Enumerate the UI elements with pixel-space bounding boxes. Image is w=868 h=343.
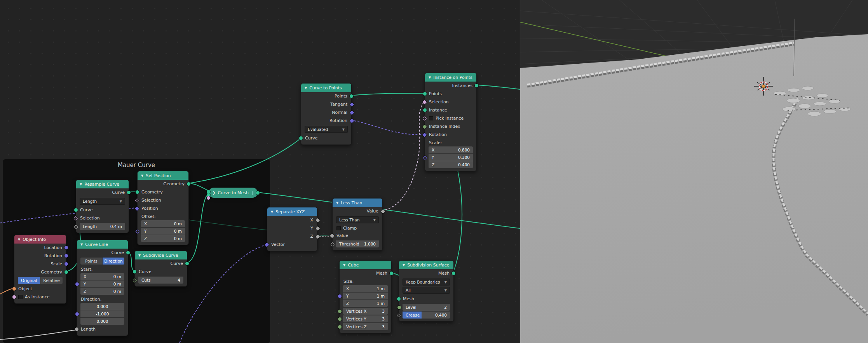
- size-y-field[interactable]: Y1 m: [343, 293, 388, 299]
- vertices-z-field[interactable]: Vertices Z3: [343, 323, 388, 330]
- socket-size-in[interactable]: [338, 294, 342, 298]
- cuts-field[interactable]: Cuts4: [138, 277, 183, 284]
- socket-vertices-z-in[interactable]: [338, 325, 342, 329]
- collapse-chevron-icon[interactable]: ▼: [305, 86, 307, 90]
- boundary-dropdown[interactable]: Keep Boundaries▼: [403, 279, 450, 286]
- socket-level-in[interactable]: [397, 306, 401, 309]
- socket-scale-out[interactable]: [64, 262, 68, 266]
- socket-as-instance-in[interactable]: [12, 295, 16, 299]
- collapse-chevron-icon[interactable]: ▼: [18, 238, 20, 241]
- blender-screen: Mauer Curve: [0, 0, 868, 343]
- socket-curve-in[interactable]: [299, 136, 303, 140]
- node-instance-on-points[interactable]: ▼Instance on Points Instances Points Sel…: [425, 73, 477, 171]
- node-title: Curve to Points: [309, 85, 342, 91]
- socket-object-in[interactable]: [12, 287, 16, 291]
- collapse-chevron-icon[interactable]: ▼: [429, 76, 431, 79]
- points-button[interactable]: Points: [80, 258, 102, 265]
- editor-split-divider[interactable]: [520, 0, 520, 343]
- socket-geometry-in[interactable]: [136, 190, 139, 194]
- socket-points-out[interactable]: [350, 94, 353, 98]
- threshold-field[interactable]: Threshold1.000: [336, 240, 379, 247]
- socket-rotation-out[interactable]: [64, 254, 68, 258]
- length-field[interactable]: Length0.4 m: [80, 223, 125, 230]
- wire-curvetopoints-to-iop-points: [351, 93, 425, 96]
- socket-mesh-out[interactable]: [390, 272, 393, 275]
- original-button[interactable]: Original: [18, 277, 40, 284]
- collapse-chevron-icon[interactable]: ▼: [343, 263, 345, 267]
- socket-curve-in[interactable]: [133, 270, 136, 273]
- start-x-field[interactable]: X0 m: [80, 273, 124, 280]
- node-curve-line[interactable]: ▼Curve Line Curve Points Direction Start…: [77, 240, 128, 336]
- node-cube[interactable]: ▼Cube Mesh Size: X1 m Y1 m Z1 m Vertices…: [339, 260, 392, 333]
- offset-z-field[interactable]: Z0 m: [141, 235, 185, 242]
- collapse-chevron-icon[interactable]: ▼: [80, 183, 82, 186]
- socket-points-in[interactable]: [423, 92, 427, 96]
- socket-curve-out[interactable]: [185, 262, 189, 265]
- socket-mesh-out[interactable]: [256, 191, 260, 195]
- expand-chevron-icon[interactable]: ❯: [213, 191, 216, 195]
- chevron-down-icon: ▼: [444, 289, 447, 292]
- direction-button[interactable]: Direction: [103, 258, 124, 265]
- node-subdivide-curve[interactable]: ▼Subdivide Curve Curve Curve Cuts4: [134, 251, 187, 287]
- direction-z-field[interactable]: 0.000: [80, 318, 124, 325]
- socket-mesh-in[interactable]: [397, 297, 401, 301]
- mode-dropdown[interactable]: Length▼: [80, 198, 125, 205]
- geometry-node-editor[interactable]: Mauer Curve: [0, 0, 520, 343]
- direction-x-field[interactable]: 0.000: [80, 303, 124, 310]
- uv-smooth-dropdown[interactable]: All▼: [403, 287, 450, 294]
- socket-geometry-out[interactable]: [64, 270, 68, 274]
- socket-curve-out[interactable]: [127, 191, 131, 194]
- socket-curve-out[interactable]: [126, 251, 130, 254]
- clamp-checkbox[interactable]: [336, 226, 341, 230]
- vertices-x-field[interactable]: Vertices X3: [343, 308, 388, 315]
- scale-x-field[interactable]: X0.800: [429, 146, 473, 153]
- socket-start-in[interactable]: [75, 282, 79, 286]
- collapse-chevron-icon[interactable]: ▼: [336, 201, 338, 205]
- offset-y-field[interactable]: Y0 m: [141, 228, 185, 235]
- relative-button[interactable]: Relative: [40, 277, 63, 284]
- scale-z-field[interactable]: Z0.400: [429, 161, 473, 168]
- operation-dropdown[interactable]: Less Than▼: [336, 216, 379, 223]
- node-set-position[interactable]: ▼Set Position Geometry Geometry Selectio…: [137, 171, 189, 245]
- mode-dropdown[interactable]: Evaluated▼: [305, 126, 348, 133]
- socket-curve-in[interactable]: [74, 208, 78, 212]
- node-separate-xyz[interactable]: ▼Separate XYZ X Y Z Vector: [267, 207, 317, 251]
- scale-label: Scale:: [425, 139, 476, 146]
- collapse-chevron-icon[interactable]: ▼: [403, 263, 405, 267]
- socket-instances-out[interactable]: [475, 84, 478, 87]
- socket-vertices-y-in[interactable]: [338, 317, 342, 321]
- crease-field[interactable]: Crease0.400: [403, 312, 450, 319]
- node-object-info[interactable]: ▼Object Info Location Rotation Scale Geo…: [14, 235, 66, 304]
- scale-y-field[interactable]: Y0.300: [429, 154, 473, 161]
- start-z-field[interactable]: Z0 m: [80, 288, 124, 295]
- direction-y-field[interactable]: -1.000: [80, 310, 124, 317]
- collapse-chevron-icon[interactable]: ▼: [138, 254, 141, 257]
- node-curve-to-points[interactable]: ▼Curve to Points Points Tangent Normal R…: [301, 83, 352, 145]
- socket-mesh-out[interactable]: [452, 272, 455, 275]
- collapse-chevron-icon[interactable]: ▼: [271, 210, 273, 214]
- 3d-viewport[interactable]: [520, 0, 868, 343]
- socket-geometry-out[interactable]: [187, 182, 190, 186]
- size-x-field[interactable]: X1 m: [343, 285, 388, 292]
- collapse-chevron-icon[interactable]: ▼: [141, 174, 143, 178]
- node-curve-to-mesh[interactable]: ❯ Curve to Mesh ∥: [209, 188, 258, 198]
- node-less-than[interactable]: ▼Less Than Value Less Than▼ Clamp Value …: [332, 198, 383, 251]
- socket-length-in[interactable]: [75, 327, 78, 331]
- as-instance-checkbox[interactable]: [18, 295, 23, 299]
- pick-instance-checkbox[interactable]: [429, 116, 433, 120]
- socket-direction-in[interactable]: [75, 312, 79, 316]
- collapse-chevron-icon[interactable]: ▼: [80, 243, 83, 246]
- node-resample-curve[interactable]: ▼Resample Curve Curve Length▼ Curve Sele…: [76, 179, 129, 233]
- socket-fill-caps-in[interactable]: [207, 196, 210, 200]
- size-z-field[interactable]: Z1 m: [343, 300, 388, 307]
- node-title: Cube: [348, 263, 359, 268]
- socket-vertices-x-in[interactable]: [338, 310, 342, 313]
- start-y-field[interactable]: Y0 m: [80, 280, 124, 287]
- offset-x-field[interactable]: X0 m: [141, 220, 185, 227]
- socket-location-out[interactable]: [64, 246, 68, 249]
- vertices-y-field[interactable]: Vertices Y3: [343, 315, 388, 322]
- node-subdivision-surface[interactable]: ▼Subdivision Surface Mesh Keep Boundarie…: [399, 260, 454, 322]
- level-field[interactable]: Level2: [403, 304, 450, 311]
- socket-instance-in[interactable]: [423, 108, 427, 112]
- wire-setposition-to-curvetopoints: [188, 138, 301, 183]
